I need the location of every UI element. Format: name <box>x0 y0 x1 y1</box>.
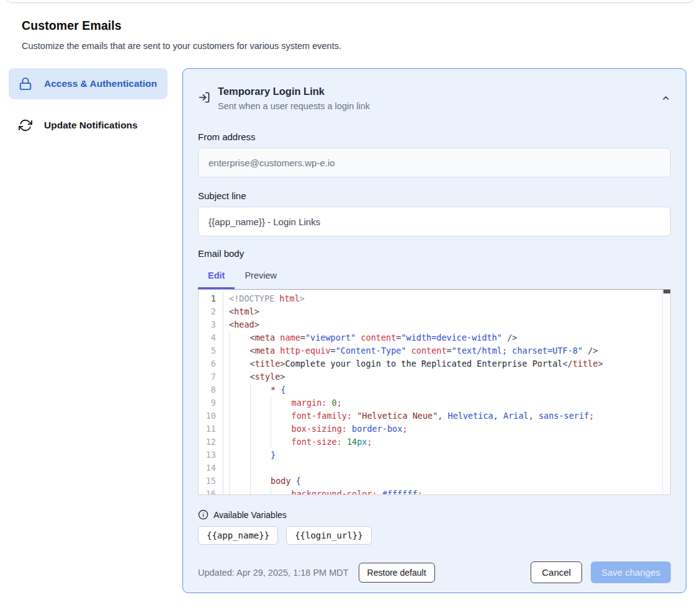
collapse-button[interactable] <box>661 93 671 103</box>
line-number: 9 <box>199 396 223 409</box>
cancel-button[interactable]: Cancel <box>531 561 582 583</box>
panel-title: Temporary Login Link <box>218 86 370 97</box>
code-text: <meta name="viewport" content="width=dev… <box>223 331 517 344</box>
line-number: 11 <box>199 422 223 436</box>
code-line[interactable]: 4 <meta name="viewport" content="width=d… <box>199 331 670 344</box>
code-text: <meta http-equiv="Content-Type" content=… <box>223 344 598 357</box>
email-body-tabs: EditPreview <box>198 264 671 289</box>
variable-chip-login_url[interactable]: {{login_url}} <box>286 526 372 545</box>
tab-edit[interactable]: Edit <box>198 264 235 289</box>
line-number: 2 <box>199 305 223 318</box>
available-variables-row: Available Variables <box>198 509 671 520</box>
code-editor[interactable]: 1<!DOCTYPE html>2<html>3<head>4 <meta na… <box>198 289 671 495</box>
code-line[interactable]: 8 * { <box>199 383 670 396</box>
from-address-input <box>198 148 671 177</box>
available-variables-label: Available Variables <box>213 510 287 520</box>
code-line[interactable]: 16 background-color: #ffffff; <box>199 488 670 495</box>
code-lines: 1<!DOCTYPE html>2<html>3<head>4 <meta na… <box>199 290 670 495</box>
code-text: <html> <box>223 305 259 318</box>
sidebar-item-access-authentication[interactable]: Access & Authentication <box>9 68 168 99</box>
code-line[interactable]: 15 body { <box>199 475 670 488</box>
code-text: margin: 0; <box>223 396 342 409</box>
subject-line-input[interactable] <box>198 207 671 236</box>
code-text: font-family: "Helvetica Neue", Helvetica… <box>223 409 594 422</box>
line-number: 4 <box>199 331 223 344</box>
line-number: 3 <box>199 318 223 331</box>
info-icon <box>198 509 209 520</box>
variable-chips: {{app_name}}{{login_url}} <box>198 526 671 545</box>
subject-line-label: Subject line <box>198 190 671 201</box>
line-number: 5 <box>199 344 223 357</box>
code-line[interactable]: 14 <box>199 462 670 475</box>
log-in-icon <box>198 91 210 104</box>
updated-timestamp: Updated: Apr 29, 2025, 1:18 PM MDT <box>198 568 349 578</box>
email-body-label: Email body <box>198 248 671 259</box>
code-line[interactable]: 6 <title>Complete your login to the Repl… <box>199 357 670 370</box>
editor-scrollbar-thumb[interactable] <box>663 290 670 293</box>
code-line[interactable]: 10 font-family: "Helvetica Neue", Helvet… <box>199 409 670 422</box>
panel-footer: Updated: Apr 29, 2025, 1:18 PM MDT Resto… <box>198 561 671 583</box>
tab-preview[interactable]: Preview <box>235 264 287 289</box>
code-text: <head> <box>223 318 259 331</box>
restore-default-button[interactable]: Restore default <box>359 563 435 583</box>
code-text: <style> <box>223 370 285 383</box>
code-text <box>223 462 271 475</box>
previous-card-bottom-edge <box>6 0 694 3</box>
line-number: 12 <box>199 436 223 449</box>
code-text: } <box>223 449 276 462</box>
refresh-icon <box>19 118 32 132</box>
save-changes-button[interactable]: Save changes <box>591 561 671 583</box>
chevron-up-icon <box>661 93 671 103</box>
line-number: 6 <box>199 357 223 370</box>
page-title: Customer Emails <box>22 19 580 33</box>
code-line[interactable]: 3<head> <box>199 318 670 331</box>
line-number: 10 <box>199 409 223 422</box>
code-line[interactable]: 9 margin: 0; <box>199 396 670 409</box>
sidebar-item-update-notifications[interactable]: Update Notifications <box>9 110 168 141</box>
code-line[interactable]: 11 box-sizing: border-box; <box>199 422 670 436</box>
code-line[interactable]: 12 font-size: 14px; <box>199 436 670 449</box>
panel-header-text: Temporary Login Link Sent when a user re… <box>218 86 370 111</box>
editor-scrollbar-track[interactable] <box>662 290 670 494</box>
code-text: <!DOCTYPE html> <box>223 292 305 305</box>
code-line[interactable]: 13 } <box>199 449 670 462</box>
code-line[interactable]: 5 <meta http-equiv="Content-Type" conten… <box>199 344 670 357</box>
settings-sidebar: Access & AuthenticationUpdate Notificati… <box>9 68 168 151</box>
code-text: font-size: 14px; <box>223 436 372 449</box>
line-number: 13 <box>199 449 223 462</box>
email-settings-panel: Temporary Login Link Sent when a user re… <box>182 68 686 593</box>
code-line[interactable]: 7 <style> <box>199 370 670 383</box>
line-number: 16 <box>199 488 223 495</box>
lock-icon <box>19 77 32 91</box>
code-text: background-color: #ffffff; <box>223 488 423 495</box>
code-line[interactable]: 1<!DOCTYPE html> <box>199 292 670 305</box>
line-number: 8 <box>199 383 223 396</box>
code-text: <title>Complete your login to the Replic… <box>223 357 603 370</box>
page-subtitle: Customize the emails that are sent to yo… <box>22 41 580 51</box>
line-number: 14 <box>199 462 223 475</box>
panel-subtitle: Sent when a user requests a login link <box>218 101 370 111</box>
variable-chip-app_name[interactable]: {{app_name}} <box>198 526 278 545</box>
line-number: 7 <box>199 370 223 383</box>
code-text: box-sizing: border-box; <box>223 422 408 436</box>
code-line[interactable]: 2<html> <box>199 305 670 318</box>
panel-header: Temporary Login Link Sent when a user re… <box>198 86 671 111</box>
sidebar-item-label: Update Notifications <box>44 118 138 133</box>
sidebar-item-label: Access & Authentication <box>44 76 157 91</box>
line-number: 15 <box>199 475 223 488</box>
line-number: 1 <box>199 292 223 305</box>
code-text: * { <box>223 383 285 396</box>
code-text: body { <box>223 475 301 488</box>
from-address-label: From address <box>198 132 671 142</box>
page-header: Customer Emails Customize the emails tha… <box>22 19 580 51</box>
